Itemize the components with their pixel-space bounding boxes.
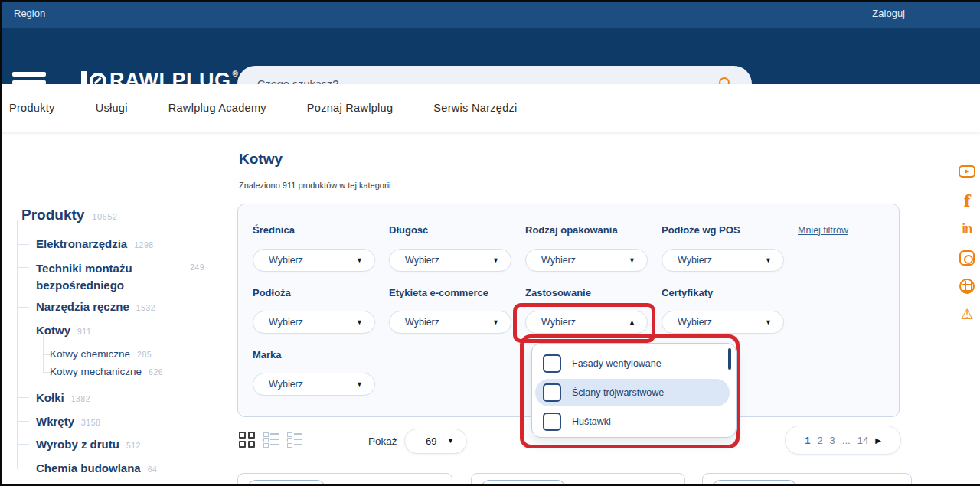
tree-line <box>43 335 44 372</box>
filter-select-podloza[interactable]: Wybierz▼ <box>253 311 375 334</box>
grid-view-icon[interactable] <box>239 432 256 448</box>
warning-icon[interactable]: ⚠ <box>957 305 977 324</box>
filter-label-etykieta: Etykieta e-commerce <box>389 287 488 298</box>
caret-down-icon: ▼ <box>492 318 499 326</box>
caret-up-icon: ▲ <box>629 318 635 326</box>
sidebar-item-kolki[interactable]: Kołki1382 <box>36 391 90 404</box>
zastosowanie-dropdown-panel: Fasady wentylowane Ściany trójwarstwowe … <box>531 343 737 438</box>
sidebar-item-kotwy-chemiczne[interactable]: Kotwy chemiczne285 <box>50 348 152 360</box>
list-view-icon[interactable] <box>263 432 279 448</box>
login-link[interactable]: Zaloguj <box>872 8 905 19</box>
nav-item-academy[interactable]: Rawlplug Academy <box>168 102 266 114</box>
instagram-icon[interactable] <box>957 249 977 267</box>
show-label: Pokaż <box>368 435 397 447</box>
caret-down-icon: ▼ <box>765 318 772 326</box>
screenshot-border <box>0 0 980 2</box>
filter-select-podloze-wg-pos[interactable]: Wybierz▼ <box>662 249 784 272</box>
sidebar-item-produkty-root[interactable]: Produkty10652 <box>21 207 117 223</box>
page-1[interactable]: 1 <box>805 435 810 446</box>
fewer-filters-link[interactable]: Mniej filtrów <box>798 225 848 236</box>
nav-item-serwis[interactable]: Serwis Narzędzi <box>433 102 517 114</box>
filter-select-marka[interactable]: Wybierz▼ <box>253 373 375 396</box>
checkbox-unchecked[interactable] <box>543 354 561 373</box>
checkbox-unchecked[interactable] <box>543 383 561 402</box>
dropdown-option-fasady[interactable]: Fasady wentylowane <box>535 350 730 377</box>
dropdown-option-sciany[interactable]: Ściany trójwarstwowe <box>535 379 730 406</box>
filter-select-certyfikaty[interactable]: Wybierz▼ <box>662 311 784 334</box>
nav-item-poznaj[interactable]: Poznaj Rawlplug <box>307 102 394 114</box>
filter-select-dlugosc[interactable]: Wybierz▼ <box>389 249 511 272</box>
caret-down-icon: ▼ <box>356 256 363 264</box>
sidebar-root-count: 10652 <box>92 212 117 221</box>
nav-item-uslugi[interactable]: Usługi <box>96 102 128 114</box>
tree-tick <box>17 468 29 468</box>
caret-down-icon: ▼ <box>447 437 454 445</box>
sidebar-item-wkrety[interactable]: Wkręty3158 <box>36 415 100 428</box>
pagination: 1 2 3 ... 14 ▶ <box>785 426 901 455</box>
youtube-icon[interactable] <box>957 163 977 181</box>
header: RAWLPLUG ® <box>0 28 980 84</box>
filter-label-podloza: Podłoża <box>253 287 291 298</box>
page-ellipsis: ... <box>842 435 851 446</box>
main-nav: Produkty Usługi Rawlplug Academy Poznaj … <box>0 84 980 132</box>
filter-label-certyfikaty: Certyfikaty <box>662 287 713 298</box>
caret-down-icon: ▼ <box>765 256 772 264</box>
filter-select-srednica[interactable]: Wybierz▼ <box>253 249 375 272</box>
caret-down-icon: ▼ <box>492 256 499 264</box>
caret-down-icon: ▼ <box>629 256 635 264</box>
tree-tick <box>17 307 29 308</box>
filter-label-rodzaj-opakowania: Rodzaj opakowania <box>525 224 618 236</box>
filter-select-zastosowanie-open[interactable]: Wybierz▲ <box>525 311 648 334</box>
utility-bar: Region Zaloguj <box>0 0 980 28</box>
page: Region Zaloguj RAWLPLUG ® Produkty Usług… <box>0 0 980 486</box>
filter-label-podloze-wg-pos: Podłoże wg POS <box>662 224 740 236</box>
tree-line <box>17 220 18 469</box>
next-page-icon[interactable]: ▶ <box>875 436 881 445</box>
registered-trademark: ® <box>233 70 238 78</box>
lifebuoy-icon[interactable] <box>957 277 977 295</box>
region-link[interactable]: Region <box>14 8 45 19</box>
filter-select-etykieta[interactable]: Wybierz▼ <box>389 311 511 334</box>
dropdown-option-hustawki[interactable]: Huśtawki <box>535 408 730 435</box>
results-count-line: Znaleziono 911 produktów w tej kategorii <box>239 181 391 190</box>
sidebar-item-narzedzia-reczne[interactable]: Narzędzia ręczne1532 <box>36 300 155 313</box>
sidebar-item-kotwy[interactable]: Kotwy911 <box>36 324 91 337</box>
sidebar-item-kotwy-mechaniczne[interactable]: Kotwy mechaniczne626 <box>50 366 163 377</box>
facebook-icon[interactable]: f <box>957 192 977 210</box>
per-page-select[interactable]: 69 ▼ <box>404 429 467 454</box>
sidebar-item-wyroby-z-drutu[interactable]: Wyroby z drutu512 <box>36 438 141 451</box>
sidebar-root-label: Produkty <box>21 207 84 223</box>
page-14[interactable]: 14 <box>858 435 868 446</box>
sidebar-item-elektronarzedzia[interactable]: Elektronarzędzia1298 <box>36 237 154 250</box>
nav-item-produkty[interactable]: Produkty <box>9 102 55 114</box>
caret-down-icon: ▼ <box>356 380 363 388</box>
filter-label-marka: Marka <box>253 349 282 360</box>
sidebar-item-techniki-montazu[interactable]: Techniki montażu bezpośredniego249 <box>36 260 160 294</box>
compact-list-view-icon[interactable] <box>287 432 302 448</box>
tree-tick <box>17 244 29 245</box>
tree-tick <box>17 397 29 398</box>
tree-tick <box>17 267 29 268</box>
page-title: Kotwy <box>239 151 283 168</box>
caret-down-icon: ▼ <box>356 318 363 326</box>
tree-tick <box>17 444 29 445</box>
page-3[interactable]: 3 <box>830 435 835 446</box>
tree-tick <box>17 331 29 331</box>
linkedin-icon[interactable]: in <box>957 222 977 240</box>
screenshot-border <box>0 0 2 486</box>
filter-label-srednica: Średnica <box>253 224 295 236</box>
filter-select-rodzaj-opakowania[interactable]: Wybierz▼ <box>525 249 648 272</box>
filter-label-zastosowanie: Zastosowanie <box>525 287 591 298</box>
tree-tick <box>17 421 29 422</box>
sidebar-item-chemia-budowlana[interactable]: Chemia budowlana64 <box>36 462 157 475</box>
filter-label-dlugosc: Długość <box>389 224 428 236</box>
page-2[interactable]: 2 <box>817 435 822 446</box>
checkbox-unchecked[interactable] <box>543 413 561 431</box>
